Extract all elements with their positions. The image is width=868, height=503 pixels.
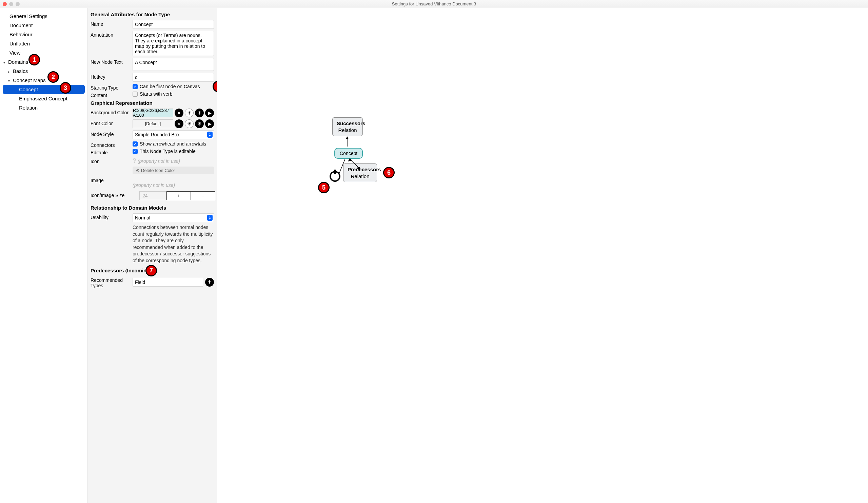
chevron-right-icon[interactable]: ▸ (8, 70, 13, 74)
size-value[interactable]: 24 (140, 191, 166, 200)
rectypes-input[interactable] (133, 278, 203, 287)
delete-icon-color-button[interactable]: ⊗ Delete Icon Color (133, 166, 214, 174)
sidebar-item-basics[interactable]: ▸Basics (0, 66, 87, 76)
brightness-up-icon[interactable]: ☀ (195, 109, 204, 117)
editable-text: This Node Type is editable (140, 148, 196, 154)
editable-label: Editable (91, 148, 133, 155)
sidebar-item-emphasized-concept[interactable]: Emphasized Concept (0, 94, 87, 103)
callout-4: 4 (213, 81, 217, 92)
connectors-checkbox[interactable]: ✓ (133, 142, 138, 146)
icon-label: Icon (91, 157, 133, 164)
window-title: Settings for Unsaved Vithanco Document 3 (392, 1, 476, 7)
editable-checkbox[interactable]: ✓ (133, 149, 138, 154)
forward-icon[interactable]: ▶ (205, 120, 214, 128)
sidebar: General Settings Document Behaviour Unfl… (0, 8, 87, 503)
question-icon: ? (133, 157, 136, 164)
callout-6: 6 (383, 167, 395, 178)
maximize-window-button[interactable] (16, 2, 20, 6)
svg-marker-1 (346, 136, 349, 139)
select-arrows-icon[interactable]: ▲▼ (207, 215, 213, 221)
sidebar-item-behaviour[interactable]: Behaviour (0, 30, 87, 39)
size-minus-button[interactable]: - (191, 191, 215, 200)
hotkey-label: Hotkey (91, 73, 133, 82)
name-input[interactable] (133, 20, 214, 29)
starting-type-checkbox[interactable]: ✓ (133, 84, 138, 89)
sidebar-item-concept[interactable]: Concept (3, 85, 85, 94)
brightness-down-icon[interactable]: ☀ (185, 109, 194, 117)
sidebar-item-view[interactable]: View (0, 48, 87, 57)
icon-placeholder: (property not in use) (138, 158, 180, 164)
chevron-down-icon[interactable]: ▾ (8, 79, 13, 83)
nodestyle-label: Node Style (91, 130, 133, 139)
size-plus-button[interactable]: + (166, 191, 191, 200)
starting-type-text: Can be first node on Canvas (140, 84, 200, 89)
callout-1: 1 (29, 54, 40, 65)
section-general-header: General Attributes for Node Type (91, 11, 214, 17)
usability-label: Usability (91, 213, 133, 222)
add-button[interactable]: + (205, 278, 214, 287)
sidebar-item-unflatten[interactable]: Unflatten (0, 39, 87, 48)
section-predecessors-header: Predecessors (Incoming) 7 (91, 268, 214, 273)
fontcolor-swatch[interactable]: [Default] (133, 120, 173, 128)
usability-select[interactable]: Normal (133, 213, 214, 222)
rectypes-label: Recommended Types (91, 276, 133, 288)
annotation-label: Annotation (91, 31, 133, 56)
sidebar-item-relation[interactable]: Relation (0, 103, 87, 112)
image-placeholder: (property not in use) (133, 183, 175, 188)
usability-help-text: Connections between normal nodes count r… (133, 224, 214, 264)
chevron-down-icon[interactable]: ▾ (3, 61, 8, 64)
bgcolor-label: Background Color (91, 109, 133, 117)
content-text: Starts with verb (140, 91, 172, 97)
brightness-up-icon[interactable]: ☀ (195, 120, 204, 128)
select-arrows-icon[interactable]: ▲▼ (207, 132, 213, 138)
starting-type-label: Starting Type (91, 84, 133, 91)
svg-point-7 (358, 167, 360, 170)
svg-line-2 (339, 159, 345, 174)
connectors-text: Show arrowhead and arrowtails (140, 141, 206, 146)
forward-icon[interactable]: ▶ (205, 109, 214, 117)
content-label: Content (91, 91, 133, 98)
content-panel: General Attributes for Node Type Name An… (87, 8, 217, 503)
connectors-label: Connectors (91, 141, 133, 148)
image-label: Image (91, 176, 133, 188)
brightness-down-icon[interactable]: ☀ (185, 120, 194, 128)
hotkey-input[interactable] (133, 73, 214, 82)
callout-7: 7 (145, 265, 157, 276)
section-relationship-header: Relationship to Domain Models (91, 205, 214, 211)
close-window-button[interactable] (3, 2, 7, 6)
minimize-window-button[interactable] (9, 2, 13, 6)
bgcolor-swatch[interactable]: R:208,G:236,B:237 A:100 (133, 109, 173, 117)
successors-node: Successors Relation (332, 117, 363, 136)
callout-2: 2 (48, 71, 59, 83)
size-label: Icon/Image Size (91, 191, 133, 200)
callout-3: 3 (60, 82, 71, 94)
x-circle-icon: ⊗ (136, 168, 140, 173)
sidebar-item-concept-maps[interactable]: ▾Concept Maps 2 (0, 76, 87, 85)
clear-icon[interactable]: ✕ (175, 109, 184, 117)
preview-panel: Successors Relation Concept Predecessors… (217, 8, 868, 503)
callout-5: 5 (318, 182, 330, 193)
titlebar: Settings for Unsaved Vithanco Document 3 (0, 0, 868, 8)
newnode-textarea[interactable]: A Concept (133, 58, 214, 71)
sidebar-item-document[interactable]: Document (0, 21, 87, 30)
annotation-textarea[interactable]: Concepts (or Terms) are nouns. They are … (133, 31, 214, 56)
clear-icon[interactable]: ✕ (175, 120, 184, 128)
newnode-label: New Node Text (91, 58, 133, 71)
fontcolor-label: Font Color (91, 120, 133, 128)
section-graphical-header: Graphical Representation (91, 100, 214, 106)
content-checkbox[interactable] (133, 92, 138, 97)
nodestyle-select[interactable]: Simple Rounded Box (133, 130, 214, 139)
sidebar-item-domains[interactable]: ▾Domains 1 (0, 57, 87, 66)
preview-connectors (329, 136, 376, 184)
name-label: Name (91, 20, 133, 29)
sidebar-item-general-settings[interactable]: General Settings (0, 11, 87, 21)
